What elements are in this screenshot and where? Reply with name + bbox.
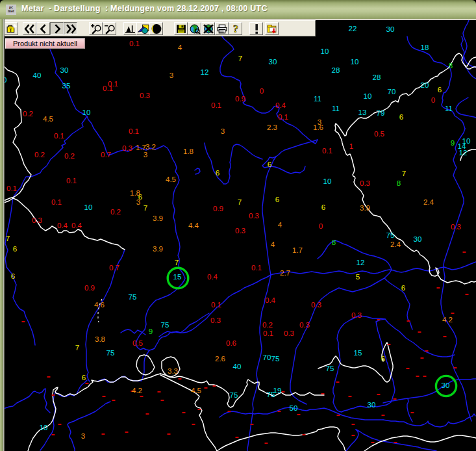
svg-text:0.2: 0.2 (262, 320, 273, 329)
svg-text:75: 75 (161, 320, 169, 329)
svg-text:0.1: 0.1 (51, 198, 62, 206)
svg-text:3.3: 3.3 (168, 367, 178, 375)
svg-text:6: 6 (321, 203, 325, 211)
svg-text:0.9: 0.9 (213, 204, 223, 213)
svg-text:75: 75 (106, 348, 115, 357)
svg-text:75: 75 (267, 390, 275, 398)
svg-text:4.5: 4.5 (191, 386, 201, 394)
svg-text:0.3: 0.3 (140, 91, 150, 99)
svg-text:3.8: 3.8 (95, 335, 105, 343)
svg-text:0.1: 0.1 (6, 184, 17, 192)
svg-text:0.3: 0.3 (351, 311, 362, 319)
svg-text:3: 3 (221, 127, 225, 135)
svg-text:30: 30 (442, 381, 450, 389)
svg-text:0.5: 0.5 (132, 339, 143, 347)
svg-text:4.2: 4.2 (442, 315, 453, 324)
svg-text:4.6: 4.6 (94, 300, 105, 309)
svg-text:5: 5 (356, 272, 360, 281)
svg-text:8: 8 (397, 179, 401, 187)
svg-text:6: 6 (438, 85, 442, 94)
svg-text:3.9: 3.9 (360, 203, 370, 212)
svg-text:7: 7 (144, 203, 147, 212)
svg-text:7: 7 (6, 234, 10, 242)
svg-text:12: 12 (459, 148, 468, 157)
svg-text:6: 6 (399, 112, 403, 121)
svg-text:?: ? (233, 23, 238, 34)
svg-text:0.1: 0.1 (211, 300, 221, 309)
svg-text:10: 10 (82, 108, 91, 116)
svg-text:40: 40 (33, 71, 42, 79)
svg-text:10: 10 (84, 203, 93, 211)
svg-text:0.1: 0.1 (263, 329, 273, 337)
svg-text:0.1: 0.1 (322, 146, 332, 155)
svg-text:0.4: 0.4 (57, 221, 68, 229)
svg-text:0: 0 (431, 96, 435, 104)
svg-text:3.9: 3.9 (153, 244, 163, 253)
svg-text:30: 30 (414, 235, 422, 243)
svg-text:0.6: 0.6 (226, 339, 236, 347)
svg-text:0.9: 0.9 (84, 283, 95, 292)
svg-text:0.7: 0.7 (101, 150, 111, 159)
svg-text:20: 20 (421, 81, 429, 89)
svg-text:7: 7 (402, 169, 406, 177)
svg-text:70: 70 (263, 353, 271, 361)
svg-text:70: 70 (388, 87, 396, 96)
svg-text:4.2: 4.2 (132, 386, 142, 394)
svg-text:10: 10 (323, 177, 332, 185)
svg-text:8: 8 (449, 61, 453, 70)
svg-text:7: 7 (75, 343, 79, 352)
svg-text:0.1: 0.1 (54, 131, 64, 140)
svg-text:12: 12 (357, 258, 365, 266)
svg-text:75: 75 (326, 364, 334, 372)
svg-text:9: 9 (149, 327, 153, 335)
svg-text:4: 4 (278, 220, 282, 229)
svg-text:30: 30 (368, 400, 376, 409)
svg-text:12: 12 (201, 68, 209, 76)
svg-text:3: 3 (136, 198, 140, 206)
svg-text:30: 30 (60, 66, 69, 74)
svg-text:3.9: 3.9 (153, 214, 163, 222)
svg-text:4.5: 4.5 (43, 114, 53, 123)
svg-text:4: 4 (178, 43, 182, 51)
svg-text:18: 18 (421, 43, 429, 51)
svg-text:4.4: 4.4 (188, 221, 199, 229)
svg-text:2.4: 2.4 (390, 240, 401, 248)
svg-text:0.1: 0.1 (251, 263, 262, 272)
svg-text:15: 15 (354, 348, 362, 357)
svg-text:0.1: 0.1 (66, 176, 77, 185)
svg-text:3: 3 (169, 71, 173, 79)
svg-text:6: 6 (216, 168, 219, 177)
svg-text:11: 11 (445, 104, 453, 112)
svg-text:28: 28 (373, 73, 381, 81)
svg-text:7: 7 (238, 198, 242, 206)
svg-text:1.8: 1.8 (183, 147, 194, 155)
svg-text:3: 3 (144, 150, 147, 159)
svg-text:30: 30 (386, 25, 395, 33)
svg-text:0.4: 0.4 (71, 221, 82, 229)
svg-text:11: 11 (332, 104, 340, 112)
svg-text:75: 75 (271, 354, 280, 363)
svg-text:10: 10 (321, 47, 329, 55)
svg-text:0.3: 0.3 (249, 211, 259, 220)
svg-text:6: 6 (82, 373, 86, 381)
svg-text:0.2: 0.2 (34, 150, 45, 159)
svg-text:1.6: 1.6 (313, 123, 323, 131)
svg-text:8: 8 (332, 238, 336, 246)
svg-text:7: 7 (238, 54, 242, 62)
svg-text:30: 30 (269, 57, 277, 66)
svg-text:0.1: 0.1 (129, 127, 139, 135)
svg-text:0.1: 0.1 (108, 79, 118, 88)
svg-text:0.3: 0.3 (32, 216, 42, 224)
svg-text:10: 10 (364, 92, 372, 100)
svg-text:1.7: 1.7 (292, 246, 303, 254)
svg-text:3: 3 (81, 432, 85, 440)
svg-text:2.6: 2.6 (215, 354, 225, 363)
svg-text:0: 0 (319, 222, 323, 230)
svg-text:0.1: 0.1 (129, 39, 140, 47)
svg-text:0.3: 0.3 (299, 320, 310, 329)
svg-text:10: 10 (40, 423, 48, 432)
svg-text:75: 75 (386, 231, 395, 239)
svg-text:0.2: 0.2 (64, 151, 75, 160)
svg-text:10: 10 (351, 57, 359, 66)
svg-text:0.1: 0.1 (278, 112, 288, 121)
